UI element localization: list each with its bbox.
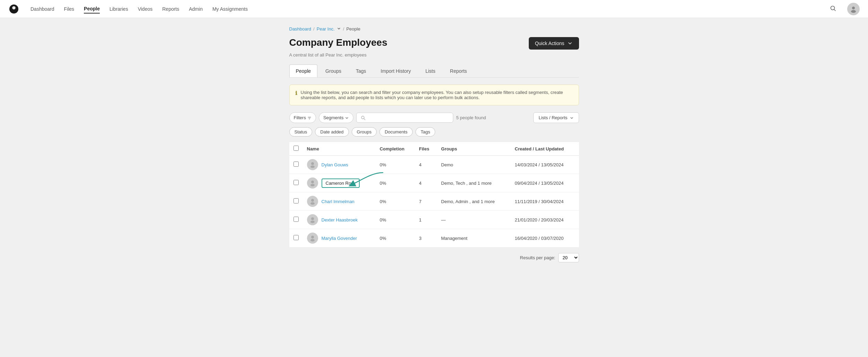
info-banner: ℹ Using the list below, you can search a… [289,85,579,105]
nav-my-assignments[interactable]: My Assignments [212,5,248,13]
table-row[interactable]: Dylan Gouws0%4Demo14/03/2024 / 13/05/202… [289,156,579,174]
search-input[interactable] [368,115,449,120]
lists-reports-button[interactable]: Lists / Reports [533,112,579,123]
completion-cell: 0% [376,174,415,192]
completion-cell: 0% [376,211,415,229]
nav-libraries[interactable]: Libraries [109,5,128,13]
breadcrumb: Dashboard / Pear Inc. / People [289,26,579,32]
tab-lists[interactable]: Lists [419,64,442,77]
filter-tags-bar: Status Date added Groups Documents Tags [289,127,579,137]
svg-line-6 [364,119,365,120]
table-row[interactable]: Dexter Haasbroek0%1—21/01/2020 / 20/03/2… [289,211,579,229]
row-checkbox[interactable] [293,198,299,203]
tab-reports[interactable]: Reports [444,64,474,77]
row-checkbox[interactable] [293,180,299,185]
groups-cell: Demo [437,156,510,174]
svg-point-7 [311,162,314,165]
person-link[interactable]: Charl Immelman [322,199,354,204]
page-title-section: Company Employees [289,37,387,48]
svg-line-2 [834,10,836,11]
breadcrumb-dropdown-icon[interactable] [337,26,341,32]
nav-people[interactable]: People [84,5,100,14]
table-row[interactable]: Cameron Rock0%4Demo, Tech , and 1 more09… [289,174,579,192]
groups-cell: Demo, Admin , and 1 more [437,192,510,211]
filters-button[interactable]: Filters [289,112,316,123]
page-wrapper: Dashboard / Pear Inc. / People Company E… [278,18,590,271]
avatar [307,214,318,225]
nav-files[interactable]: Files [64,5,74,13]
groups-cell: Management [437,229,510,247]
select-all-checkbox[interactable] [293,146,299,151]
avatar [307,233,318,244]
search-box[interactable] [356,113,453,123]
filter-tag-date-added[interactable]: Date added [315,127,349,137]
page-title: Company Employees [289,37,387,48]
tab-groups[interactable]: Groups [319,64,348,77]
created-cell: 21/01/2020 / 20/03/2024 [511,211,579,229]
breadcrumb-sep-1: / [313,26,315,32]
filter-tag-tags[interactable]: Tags [415,127,435,137]
user-avatar[interactable] [847,3,860,15]
filter-tag-status[interactable]: Status [289,127,313,137]
filter-tag-documents[interactable]: Documents [379,127,413,137]
groups-cell: Demo, Tech , and 1 more [437,174,510,192]
row-checkbox[interactable] [293,235,299,240]
page-header: Company Employees Quick Actions [289,37,579,50]
table-row[interactable]: Charl Immelman0%7Demo, Admin , and 1 mor… [289,192,579,211]
svg-point-12 [310,202,315,205]
nav-reports[interactable]: Reports [162,5,179,13]
nav-videos[interactable]: Videos [138,5,153,13]
people-count: 5 people found [456,115,486,120]
nav-dashboard[interactable]: Dashboard [30,5,54,13]
tab-import-history[interactable]: Import History [374,64,418,77]
quick-actions-button[interactable]: Quick Actions [529,37,579,50]
svg-point-10 [310,184,315,186]
person-name-cell: Charl Immelman [307,196,371,207]
avatar [307,159,318,170]
completion-cell: 0% [376,229,415,247]
app-logo [8,3,19,15]
search-icon[interactable] [830,5,836,12]
created-cell: 09/04/2024 / 13/05/2024 [511,174,579,192]
person-name-cell: Dylan Gouws [307,159,371,170]
top-navigation: Dashboard Files People Libraries Videos … [0,0,868,18]
col-files: Files [415,142,437,156]
person-link[interactable]: Dylan Gouws [322,162,348,167]
groups-cell: — [437,211,510,229]
table-body: Dylan Gouws0%4Demo14/03/2024 / 13/05/202… [289,156,579,247]
segments-label: Segments [323,115,344,120]
people-table: Name Completion Files Groups Created / L… [289,142,579,247]
filters-label: Filters [294,115,306,120]
avatar [307,196,318,207]
row-checkbox[interactable] [293,217,299,222]
results-per-page-select[interactable]: 20 50 100 [558,253,579,262]
breadcrumb-sep-2: / [343,26,344,32]
person-link[interactable]: Cameron Rock [322,178,360,188]
table-row[interactable]: Marylla Govender0%3Management16/04/2020 … [289,229,579,247]
files-cell: 7 [415,192,437,211]
tab-people[interactable]: People [289,64,318,77]
results-per-page-label: Results per page: [520,255,555,260]
info-icon: ℹ [295,90,297,100]
col-groups: Groups [437,142,510,156]
breadcrumb-dashboard[interactable]: Dashboard [289,26,312,32]
files-cell: 4 [415,174,437,192]
person-link[interactable]: Marylla Govender [322,236,357,241]
created-cell: 16/04/2020 / 03/07/2020 [511,229,579,247]
svg-point-13 [311,217,314,220]
segments-button[interactable]: Segments [319,112,354,123]
col-name: Name [303,142,376,156]
tab-tags[interactable]: Tags [349,64,373,77]
person-link[interactable]: Dexter Haasbroek [322,217,358,223]
quick-actions-label: Quick Actions [535,41,564,46]
svg-point-8 [310,166,315,168]
breadcrumb-pear-inc[interactable]: Pear Inc. [317,26,335,32]
row-checkbox[interactable] [293,162,299,167]
highlighted-name: Cameron Rock [322,178,360,188]
filter-tag-groups[interactable]: Groups [352,127,377,137]
info-text: Using the list below, you can search and… [301,90,573,100]
nav-admin[interactable]: Admin [189,5,203,13]
svg-point-5 [361,116,364,119]
page-subtitle: A central list of all Pear Inc. employee… [289,52,579,58]
created-cell: 14/03/2024 / 13/05/2024 [511,156,579,174]
